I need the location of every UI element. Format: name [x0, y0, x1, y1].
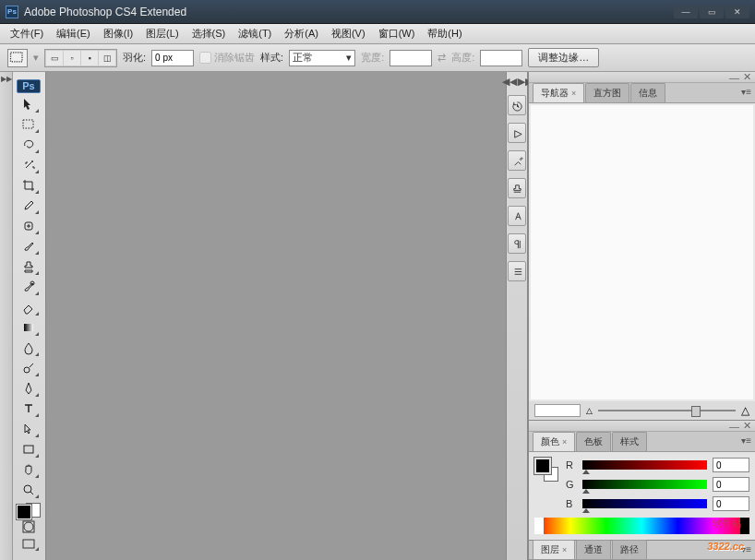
crop-tool[interactable] [17, 175, 41, 196]
gradient-tool[interactable] [17, 317, 41, 338]
hand-tool[interactable] [17, 459, 41, 480]
clone-dock-icon[interactable] [508, 178, 526, 198]
svg-rect-11 [23, 540, 34, 548]
svg-rect-10 [23, 521, 34, 532]
tab-路径[interactable]: 路径 [612, 540, 647, 559]
channel-slider-R[interactable] [582, 460, 707, 470]
actions-dock-icon[interactable] [508, 123, 526, 143]
nav-tabs: 导航器×直方图信息▾≡ [529, 83, 755, 103]
channel-input-G[interactable] [713, 477, 749, 492]
channel-slider-G[interactable] [582, 480, 707, 489]
dodge-tool[interactable] [17, 358, 41, 378]
zoom-in-icon[interactable]: △ [741, 404, 749, 417]
height-input [480, 50, 522, 66]
eyedrop-tool[interactable] [17, 196, 41, 216]
width-input [389, 50, 432, 66]
brush-tool[interactable] [17, 236, 41, 256]
canvas-area[interactable] [46, 72, 506, 560]
tab-通道[interactable]: 通道 [576, 540, 611, 559]
menu-4[interactable]: 选择(S) [186, 24, 233, 43]
channel-label: G [566, 479, 577, 490]
tab-图层[interactable]: 图层× [533, 540, 575, 559]
zoom-out-icon[interactable]: △ [586, 406, 593, 415]
selection-mode-group[interactable]: ▭ ▫ ▪ ◫ [44, 49, 117, 67]
character-dock-icon[interactable] [508, 206, 526, 226]
feather-input[interactable] [151, 50, 194, 66]
tab-色板[interactable]: 色板 [576, 432, 611, 451]
navigator-preview[interactable] [531, 105, 753, 399]
menu-6[interactable]: 分析(A) [278, 24, 325, 43]
menu-3[interactable]: 图层(L) [139, 24, 185, 43]
paragraph-dock-icon[interactable] [508, 233, 526, 254]
tab-导航器[interactable]: 导航器× [533, 83, 584, 102]
zoom-tool[interactable] [17, 480, 41, 500]
eraser-tool[interactable] [17, 297, 41, 317]
tab-信息[interactable]: 信息 [630, 83, 665, 102]
panel-menu-icon[interactable]: ▾≡ [741, 435, 751, 446]
heal-tool[interactable] [17, 216, 41, 236]
brushes-dock-icon[interactable] [508, 150, 526, 171]
svg-point-6 [24, 367, 30, 373]
marquee-tool[interactable] [17, 114, 41, 135]
color-picker-swatch[interactable] [534, 458, 558, 482]
pen-tool[interactable] [17, 378, 41, 399]
menu-5[interactable]: 滤镜(T) [232, 24, 278, 43]
tab-颜色[interactable]: 颜色× [533, 432, 575, 451]
svg-rect-7 [24, 446, 33, 453]
close-button[interactable]: ✕ [725, 6, 749, 18]
channel-input-B[interactable] [713, 496, 749, 511]
menu-2[interactable]: 图像(I) [97, 24, 139, 43]
minimize-button[interactable]: — [674, 6, 698, 18]
zoom-slider[interactable] [598, 410, 736, 411]
menu-1[interactable]: 编辑(E) [50, 24, 97, 43]
active-tool-icon[interactable] [7, 49, 28, 67]
shape-tool[interactable] [17, 439, 41, 459]
channel-label: B [566, 498, 577, 509]
history-brush-tool[interactable] [17, 277, 41, 297]
move-tool[interactable] [17, 94, 41, 114]
svg-point-8 [24, 485, 31, 493]
channel-input-R[interactable] [713, 458, 749, 472]
ps-logo-icon[interactable]: Ps [17, 79, 41, 93]
panel-menu-icon[interactable]: ▾≡ [741, 544, 751, 554]
menu-8[interactable]: 窗口(W) [372, 24, 422, 43]
refine-edge-button[interactable]: 调整边缘… [528, 48, 599, 67]
screenmode-icon[interactable] [17, 536, 41, 553]
close-panel-icon[interactable]: ✕ [743, 420, 751, 432]
menu-0[interactable]: 文件(F) [4, 24, 50, 43]
panel-menu-icon[interactable]: ▾≡ [741, 87, 751, 97]
wand-tool[interactable] [17, 155, 41, 175]
type-tool[interactable] [17, 399, 41, 419]
list-dock-icon[interactable] [508, 261, 526, 281]
mode-new-icon[interactable]: ▭ [46, 51, 63, 66]
mode-subtract-icon[interactable]: ▪ [81, 51, 98, 66]
style-select[interactable]: 正常▾ [289, 50, 355, 66]
foreground-color[interactable] [17, 505, 31, 519]
path-select-tool[interactable] [17, 419, 41, 439]
minimize-panel-icon[interactable]: — [729, 421, 739, 432]
collapse-left-icon[interactable]: ◀◀ [502, 76, 517, 88]
maximize-button[interactable]: ▭ [700, 6, 724, 18]
stamp-tool[interactable] [17, 256, 41, 277]
quickmask-icon[interactable] [17, 518, 41, 535]
spectrum-ramp[interactable] [534, 518, 749, 534]
blur-tool[interactable] [17, 338, 41, 358]
channel-slider-B[interactable] [582, 499, 707, 508]
menu-9[interactable]: 帮助(H) [421, 24, 468, 43]
menu-7[interactable]: 视图(V) [325, 24, 372, 43]
close-panel-icon[interactable]: ✕ [743, 71, 751, 83]
channel-label: R [566, 459, 577, 471]
mode-intersect-icon[interactable]: ◫ [99, 51, 115, 66]
minimize-panel-icon[interactable]: — [729, 72, 739, 83]
nav-panel-header: —✕ [529, 72, 755, 83]
color-swatch[interactable] [17, 505, 41, 518]
tab-样式[interactable]: 样式 [612, 432, 647, 451]
lasso-tool[interactable] [17, 135, 41, 155]
zoom-input[interactable] [534, 404, 581, 417]
left-collapse-bar[interactable]: ▶▶ [0, 72, 13, 560]
tab-直方图[interactable]: 直方图 [585, 83, 629, 102]
mode-add-icon[interactable]: ▫ [64, 51, 80, 66]
height-label: 高度: [451, 51, 474, 65]
history-dock-icon[interactable] [508, 95, 526, 115]
svg-rect-1 [23, 120, 33, 128]
